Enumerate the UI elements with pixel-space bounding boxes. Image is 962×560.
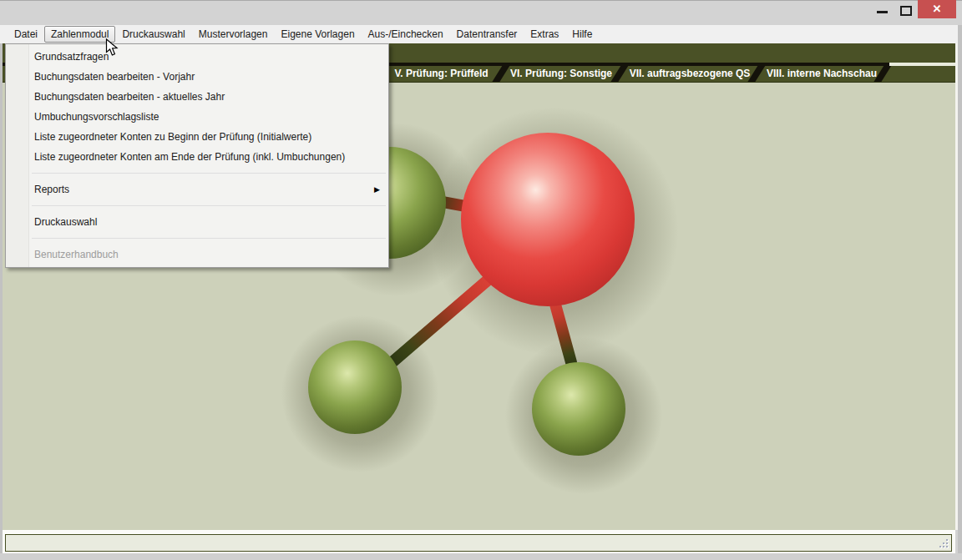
menu-item-eigene-vorlagen[interactable]: Eigene Vorlagen (274, 26, 361, 43)
dropdown-item-buchungsdaten-vorjahr[interactable]: Buchungsdaten bearbeiten - Vorjahr (6, 67, 388, 87)
status-bar (5, 534, 952, 552)
menu-item-aus-einchecken[interactable]: Aus-/Einchecken (362, 26, 450, 43)
minimize-icon (877, 11, 888, 13)
tab-vii-auftragsbezogene-qs[interactable]: VII. auftragsbezogene QS (629, 66, 751, 82)
mouse-cursor (105, 38, 120, 58)
title-bar (0, 0, 962, 25)
dropdown-item-druckauswahl[interactable]: Druckauswahl (6, 212, 388, 232)
window-border-bottom (0, 553, 962, 560)
close-icon: ✕ (933, 3, 942, 15)
minimize-button[interactable] (872, 0, 894, 18)
dropdown-item-reports[interactable]: Reports ▶ (6, 179, 388, 199)
dropdown-item-reports-label: Reports (34, 184, 69, 195)
window-border-right (958, 25, 962, 553)
tab-viii-interne-nachschau[interactable]: VIII. interne Nachschau (767, 66, 877, 82)
menu-separator (6, 167, 388, 179)
tab-v-pruefung-prueffeld[interactable]: V. Prüfung: Prüffeld (389, 66, 494, 82)
tab-vi-pruefung-sonstige[interactable]: VI. Prüfung: Sonstige (509, 66, 613, 82)
submenu-arrow-icon: ▶ (374, 179, 380, 199)
dropdown-item-grundsatzfragen[interactable]: Grundsatzfragen (6, 47, 388, 67)
window-border-left (0, 43, 3, 553)
dropdown-item-umbuchungsvorschlagsliste[interactable]: Umbuchungsvorschlagsliste (6, 107, 388, 127)
dropdown-item-liste-konten-beginn[interactable]: Liste zugeordneter Konten zu Beginn der … (6, 127, 388, 147)
menu-item-extras[interactable]: Extras (524, 26, 565, 43)
menu-item-hilfe[interactable]: Hilfe (565, 26, 599, 43)
application-window: { "window": { "close_glyph": "✕" }, "men… (0, 0, 962, 560)
maximize-icon (900, 6, 912, 16)
menu-separator (6, 232, 388, 245)
green-atom (532, 362, 625, 456)
maximize-button[interactable] (895, 0, 917, 18)
zahlenmodul-dropdown-menu: Grundsatzfragen Buchungsdaten bearbeiten… (5, 43, 389, 268)
dropdown-item-benutzerhandbuch: Benutzerhandbuch (6, 245, 388, 265)
dropdown-item-buchungsdaten-aktuelles-jahr[interactable]: Buchungsdaten bearbeiten - aktuelles Jah… (6, 87, 388, 107)
menu-item-datei[interactable]: Datei (8, 26, 44, 43)
menu-item-datentransfer[interactable]: Datentransfer (450, 26, 524, 43)
close-button[interactable]: ✕ (918, 0, 956, 18)
red-atom (461, 133, 635, 306)
menu-bar: Datei Zahlenmodul Druckauswahl Mustervor… (0, 25, 958, 43)
menu-separator (6, 199, 388, 212)
dropdown-item-liste-konten-ende[interactable]: Liste zugeordneter Konten am Ende der Pr… (6, 147, 388, 167)
menu-item-mustervorlagen[interactable]: Mustervorlagen (192, 26, 275, 43)
menu-item-druckauswahl[interactable]: Druckauswahl (115, 26, 191, 43)
green-atom (308, 341, 402, 434)
resize-grip-icon[interactable] (938, 537, 949, 549)
